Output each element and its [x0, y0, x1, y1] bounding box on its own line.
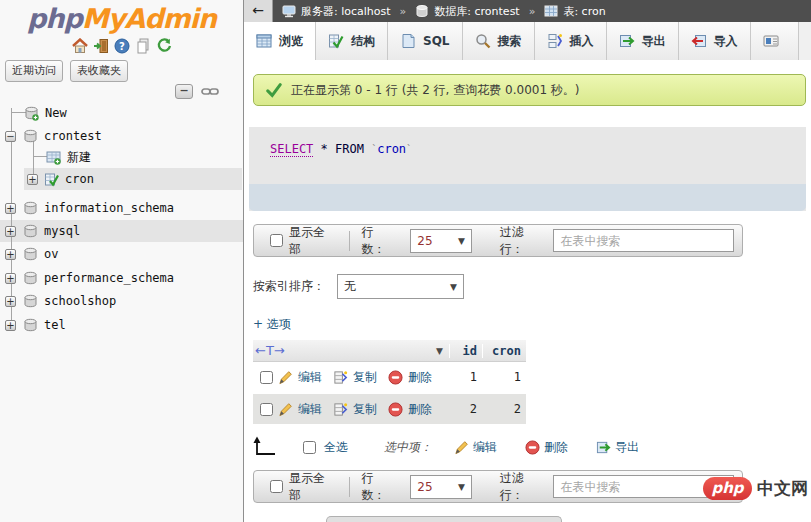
bulk-delete-link[interactable]: 删除	[544, 439, 568, 456]
database-icon	[415, 4, 429, 18]
breadcrumb-table[interactable]: 表: cron	[563, 4, 605, 19]
home-icon[interactable]	[72, 38, 88, 54]
success-check-icon	[266, 82, 282, 98]
column-header-id[interactable]: id	[449, 344, 482, 358]
sql-icon	[400, 33, 416, 49]
filter-rows-input[interactable]	[553, 229, 734, 252]
row-delete-link[interactable]: 删除	[408, 369, 432, 386]
row-copy-link[interactable]: 复制	[353, 369, 377, 386]
refresh-icon[interactable]	[156, 38, 172, 54]
expand-expander[interactable]: +	[5, 296, 16, 307]
sidebar-nav-icons: ?	[0, 38, 243, 54]
query-status-message: 正在显示第 0 - 1 行 (共 2 行, 查询花费 0.0001 秒。)	[253, 74, 806, 106]
phpmyadmin-logo[interactable]: phpMyAdmin	[0, 3, 243, 34]
filter-label: 过滤行：	[500, 224, 548, 258]
server-breadcrumb-bar: ← 服务器: localhost » 数据库: crontest » 表: cr…	[244, 0, 811, 22]
tab-browse[interactable]: 浏览	[244, 22, 316, 60]
docs-icon[interactable]	[135, 38, 151, 54]
database-icon	[23, 224, 38, 239]
expand-expander[interactable]: +	[5, 273, 16, 284]
tree-item-label: schoolshop	[44, 294, 116, 308]
divider	[349, 231, 350, 251]
tab-sql[interactable]: SQL	[388, 22, 463, 60]
show-all-label[interactable]: 显示全部	[289, 470, 337, 504]
sql-query-box: SELECT * FROM `cron`	[249, 127, 806, 211]
tree-item-tel[interactable]: + tel	[5, 314, 66, 336]
database-icon	[23, 247, 38, 262]
edit-pencil-icon[interactable]	[278, 402, 293, 417]
with-selected-arrow-icon	[251, 435, 277, 459]
row-edit-link[interactable]: 编辑	[298, 369, 322, 386]
tree-item-label: tel	[44, 318, 66, 332]
collapse-all-button[interactable]: −	[175, 84, 193, 99]
tree-item-mysql[interactable]: + mysql	[5, 220, 80, 242]
tree-item-performance-schema[interactable]: + performance_schema	[5, 267, 174, 289]
sql-keyword[interactable]: SELECT	[270, 142, 313, 157]
sort-key-select[interactable]: 无 ▼	[337, 274, 464, 299]
check-all-link[interactable]: 全选	[324, 439, 348, 456]
copy-row-icon[interactable]	[333, 370, 348, 385]
tab-insert[interactable]: 插入	[535, 22, 607, 60]
expand-expander[interactable]: +	[27, 174, 38, 185]
export-icon	[596, 440, 611, 455]
row-delete-link[interactable]: 删除	[408, 401, 432, 418]
delete-row-icon[interactable]	[388, 370, 403, 385]
with-selected-label: 选中项：	[384, 439, 432, 456]
rows-count-value: 25	[417, 480, 432, 494]
tab-import[interactable]: 导入	[679, 22, 751, 60]
breadcrumb-server[interactable]: 服务器: localhost	[301, 4, 391, 19]
bulk-edit-link[interactable]: 编辑	[473, 439, 497, 456]
tab-export[interactable]: 导出	[607, 22, 679, 60]
tree-item-information-schema[interactable]: + information_schema	[5, 197, 174, 219]
expand-expander[interactable]: +	[5, 226, 16, 237]
expand-expander[interactable]: +	[5, 320, 16, 331]
column-header-cron[interactable]: cron	[482, 344, 526, 358]
show-all-label[interactable]: 显示全部	[289, 224, 337, 258]
tree-item-label: mysql	[44, 224, 80, 238]
sort-caret-icon[interactable]: ▼	[436, 346, 443, 356]
show-all-checkbox[interactable]	[270, 234, 283, 247]
privileges-icon	[763, 33, 779, 49]
tree-item-crontest[interactable]: − crontest	[5, 125, 102, 147]
tab-label: 搜索	[498, 33, 522, 50]
watermark-site-label: 中文网	[757, 477, 808, 500]
chevron-down-icon: ▼	[450, 282, 457, 292]
expand-expander[interactable]: +	[5, 203, 16, 214]
hide-navigation-button[interactable]: ←	[244, 0, 273, 22]
tab-structure[interactable]: 结构	[316, 22, 388, 60]
delete-row-icon[interactable]	[388, 402, 403, 417]
tab-search[interactable]: 搜索	[463, 22, 535, 60]
recent-tables-button[interactable]: 近期访问	[5, 60, 63, 82]
browse-toolbar-bottom: 显示全部 行数： 25 ▼ 过滤行：	[253, 470, 743, 503]
tree-item-cron[interactable]: + cron	[27, 168, 94, 190]
expand-expander[interactable]: +	[5, 249, 16, 260]
tree-item-ov[interactable]: + ov	[5, 243, 58, 265]
show-all-checkbox[interactable]	[270, 480, 283, 493]
row-checkbox[interactable]	[260, 403, 273, 416]
collapse-expander[interactable]: −	[5, 131, 16, 142]
favorite-tables-button[interactable]: 表收藏夹	[70, 60, 128, 82]
row-copy-link[interactable]: 复制	[353, 401, 377, 418]
link-icon[interactable]	[201, 86, 219, 97]
check-all-checkbox[interactable]	[303, 441, 316, 454]
options-toggle-link[interactable]: + 选项	[253, 316, 291, 333]
tree-item-new-database[interactable]: New	[24, 102, 67, 124]
row-actions: 编辑 复制 删除	[253, 401, 449, 418]
svg-text:?: ?	[119, 41, 125, 52]
breadcrumb-database[interactable]: 数据库: crontest	[434, 4, 519, 19]
edit-pencil-icon[interactable]	[278, 370, 293, 385]
rows-count-select[interactable]: 25 ▼	[410, 475, 472, 499]
help-icon[interactable]: ?	[114, 38, 130, 54]
edit-pencil-icon	[454, 440, 469, 455]
copy-row-icon[interactable]	[333, 402, 348, 417]
row-checkbox[interactable]	[260, 371, 273, 384]
tree-item-new-table[interactable]: 新建	[46, 146, 91, 168]
bulk-export-link[interactable]: 导出	[615, 439, 639, 456]
tree-item-schoolshop[interactable]: + schoolshop	[5, 290, 116, 312]
tab-privileges[interactable]	[751, 22, 799, 60]
column-direction-toggle[interactable]: ←T→	[255, 343, 285, 358]
row-edit-link[interactable]: 编辑	[298, 401, 322, 418]
cell-id: 1	[449, 370, 482, 384]
rows-count-select[interactable]: 25 ▼	[410, 229, 472, 253]
logout-icon[interactable]	[93, 38, 109, 54]
